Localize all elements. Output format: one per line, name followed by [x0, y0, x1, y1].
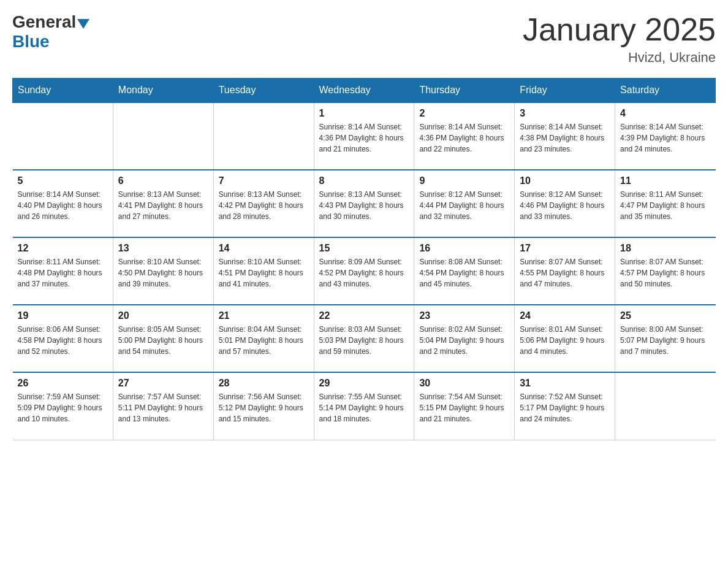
- day-number: 20: [118, 310, 208, 321]
- day-number: 14: [219, 243, 309, 254]
- location-title: Hvizd, Ukraine: [523, 50, 716, 66]
- calendar-cell: [13, 102, 113, 170]
- day-info: Sunrise: 8:14 AM Sunset: 4:38 PM Dayligh…: [520, 121, 610, 155]
- day-info: Sunrise: 7:52 AM Sunset: 5:17 PM Dayligh…: [520, 391, 610, 424]
- calendar-cell: 9Sunrise: 8:12 AM Sunset: 4:44 PM Daylig…: [414, 170, 515, 237]
- day-number: 26: [18, 378, 108, 389]
- day-number: 9: [419, 175, 509, 186]
- weekday-header-tuesday: Tuesday: [213, 79, 314, 103]
- calendar-cell: 12Sunrise: 8:11 AM Sunset: 4:48 PM Dayli…: [13, 237, 113, 305]
- day-info: Sunrise: 8:04 AM Sunset: 5:01 PM Dayligh…: [219, 324, 309, 357]
- day-number: 23: [419, 310, 509, 321]
- calendar-cell: 15Sunrise: 8:09 AM Sunset: 4:52 PM Dayli…: [314, 237, 414, 305]
- calendar-cell: 28Sunrise: 7:56 AM Sunset: 5:12 PM Dayli…: [213, 372, 314, 440]
- day-number: 13: [118, 243, 208, 254]
- logo: General Blue: [12, 12, 89, 52]
- calendar-cell: 31Sunrise: 7:52 AM Sunset: 5:17 PM Dayli…: [515, 372, 615, 440]
- day-info: Sunrise: 7:55 AM Sunset: 5:14 PM Dayligh…: [319, 391, 409, 424]
- calendar-cell: 1Sunrise: 8:14 AM Sunset: 4:36 PM Daylig…: [314, 102, 414, 170]
- day-number: 27: [118, 378, 208, 389]
- calendar-cell: 19Sunrise: 8:06 AM Sunset: 4:58 PM Dayli…: [13, 305, 113, 372]
- day-info: Sunrise: 7:59 AM Sunset: 5:09 PM Dayligh…: [18, 391, 108, 424]
- weekday-header-wednesday: Wednesday: [314, 79, 414, 103]
- calendar-cell: 6Sunrise: 8:13 AM Sunset: 4:41 PM Daylig…: [113, 170, 213, 237]
- day-info: Sunrise: 8:12 AM Sunset: 4:46 PM Dayligh…: [520, 189, 610, 222]
- day-info: Sunrise: 8:11 AM Sunset: 4:47 PM Dayligh…: [620, 189, 710, 222]
- day-info: Sunrise: 8:12 AM Sunset: 4:44 PM Dayligh…: [419, 189, 509, 222]
- day-info: Sunrise: 8:10 AM Sunset: 4:51 PM Dayligh…: [219, 256, 309, 289]
- calendar-cell: 25Sunrise: 8:00 AM Sunset: 5:07 PM Dayli…: [615, 305, 716, 372]
- day-number: 18: [620, 243, 710, 254]
- calendar-cell: 14Sunrise: 8:10 AM Sunset: 4:51 PM Dayli…: [213, 237, 314, 305]
- day-info: Sunrise: 8:07 AM Sunset: 4:55 PM Dayligh…: [520, 256, 610, 289]
- day-info: Sunrise: 7:56 AM Sunset: 5:12 PM Dayligh…: [219, 391, 309, 424]
- calendar-cell: 21Sunrise: 8:04 AM Sunset: 5:01 PM Dayli…: [213, 305, 314, 372]
- weekday-header-row: SundayMondayTuesdayWednesdayThursdayFrid…: [13, 79, 716, 103]
- calendar-cell: 23Sunrise: 8:02 AM Sunset: 5:04 PM Dayli…: [414, 305, 515, 372]
- calendar-cell: 17Sunrise: 8:07 AM Sunset: 4:55 PM Dayli…: [515, 237, 615, 305]
- day-number: 21: [219, 310, 309, 321]
- month-title: January 2025: [523, 12, 716, 47]
- week-row-3: 12Sunrise: 8:11 AM Sunset: 4:48 PM Dayli…: [13, 237, 716, 305]
- day-number: 16: [419, 243, 509, 254]
- calendar-cell: 8Sunrise: 8:13 AM Sunset: 4:43 PM Daylig…: [314, 170, 414, 237]
- calendar-cell: 26Sunrise: 7:59 AM Sunset: 5:09 PM Dayli…: [13, 372, 113, 440]
- title-block: January 2025 Hvizd, Ukraine: [523, 12, 716, 66]
- calendar-cell: [113, 102, 213, 170]
- day-info: Sunrise: 8:05 AM Sunset: 5:00 PM Dayligh…: [118, 324, 208, 357]
- calendar-cell: 3Sunrise: 8:14 AM Sunset: 4:38 PM Daylig…: [515, 102, 615, 170]
- calendar-cell: 5Sunrise: 8:14 AM Sunset: 4:40 PM Daylig…: [13, 170, 113, 237]
- calendar-cell: 20Sunrise: 8:05 AM Sunset: 5:00 PM Dayli…: [113, 305, 213, 372]
- day-number: 8: [319, 175, 409, 186]
- day-info: Sunrise: 7:57 AM Sunset: 5:11 PM Dayligh…: [118, 391, 208, 424]
- calendar-cell: 30Sunrise: 7:54 AM Sunset: 5:15 PM Dayli…: [414, 372, 515, 440]
- calendar-table: SundayMondayTuesdayWednesdayThursdayFrid…: [12, 78, 716, 440]
- day-number: 19: [18, 310, 108, 321]
- day-info: Sunrise: 8:02 AM Sunset: 5:04 PM Dayligh…: [419, 324, 509, 357]
- day-number: 5: [18, 175, 108, 186]
- calendar-cell: 22Sunrise: 8:03 AM Sunset: 5:03 PM Dayli…: [314, 305, 414, 372]
- weekday-header-saturday: Saturday: [615, 79, 716, 103]
- day-number: 29: [319, 378, 409, 389]
- calendar-cell: 18Sunrise: 8:07 AM Sunset: 4:57 PM Dayli…: [615, 237, 716, 305]
- week-row-2: 5Sunrise: 8:14 AM Sunset: 4:40 PM Daylig…: [13, 170, 716, 237]
- day-info: Sunrise: 8:14 AM Sunset: 4:39 PM Dayligh…: [620, 121, 710, 155]
- weekday-header-friday: Friday: [515, 79, 615, 103]
- day-number: 24: [520, 310, 610, 321]
- day-number: 28: [219, 378, 309, 389]
- calendar-cell: 7Sunrise: 8:13 AM Sunset: 4:42 PM Daylig…: [213, 170, 314, 237]
- day-number: 1: [319, 108, 409, 119]
- day-info: Sunrise: 8:00 AM Sunset: 5:07 PM Dayligh…: [620, 324, 710, 357]
- day-info: Sunrise: 8:13 AM Sunset: 4:43 PM Dayligh…: [319, 189, 409, 222]
- day-number: 2: [419, 108, 509, 119]
- day-info: Sunrise: 8:07 AM Sunset: 4:57 PM Dayligh…: [620, 256, 710, 289]
- calendar-cell: 4Sunrise: 8:14 AM Sunset: 4:39 PM Daylig…: [615, 102, 716, 170]
- week-row-4: 19Sunrise: 8:06 AM Sunset: 4:58 PM Dayli…: [13, 305, 716, 372]
- day-info: Sunrise: 8:03 AM Sunset: 5:03 PM Dayligh…: [319, 324, 409, 357]
- day-info: Sunrise: 8:06 AM Sunset: 4:58 PM Dayligh…: [18, 324, 108, 357]
- weekday-header-thursday: Thursday: [414, 79, 515, 103]
- day-info: Sunrise: 8:09 AM Sunset: 4:52 PM Dayligh…: [319, 256, 409, 289]
- day-number: 30: [419, 378, 509, 389]
- calendar-cell: 27Sunrise: 7:57 AM Sunset: 5:11 PM Dayli…: [113, 372, 213, 440]
- weekday-header-sunday: Sunday: [13, 79, 113, 103]
- day-info: Sunrise: 8:13 AM Sunset: 4:42 PM Dayligh…: [219, 189, 309, 222]
- day-number: 15: [319, 243, 409, 254]
- day-number: 25: [620, 310, 710, 321]
- logo-triangle-icon: [77, 19, 89, 29]
- calendar-cell: 29Sunrise: 7:55 AM Sunset: 5:14 PM Dayli…: [314, 372, 414, 440]
- day-number: 10: [520, 175, 610, 186]
- day-number: 31: [520, 378, 610, 389]
- calendar-cell: [615, 372, 716, 440]
- day-info: Sunrise: 8:11 AM Sunset: 4:48 PM Dayligh…: [18, 256, 108, 289]
- calendar-cell: 24Sunrise: 8:01 AM Sunset: 5:06 PM Dayli…: [515, 305, 615, 372]
- day-number: 7: [219, 175, 309, 186]
- weekday-header-monday: Monday: [113, 79, 213, 103]
- calendar-cell: 2Sunrise: 8:14 AM Sunset: 4:36 PM Daylig…: [414, 102, 515, 170]
- day-info: Sunrise: 8:08 AM Sunset: 4:54 PM Dayligh…: [419, 256, 509, 289]
- day-info: Sunrise: 8:14 AM Sunset: 4:40 PM Dayligh…: [18, 189, 108, 222]
- calendar-cell: 13Sunrise: 8:10 AM Sunset: 4:50 PM Dayli…: [113, 237, 213, 305]
- day-number: 12: [18, 243, 108, 254]
- week-row-1: 1Sunrise: 8:14 AM Sunset: 4:36 PM Daylig…: [13, 102, 716, 170]
- day-number: 17: [520, 243, 610, 254]
